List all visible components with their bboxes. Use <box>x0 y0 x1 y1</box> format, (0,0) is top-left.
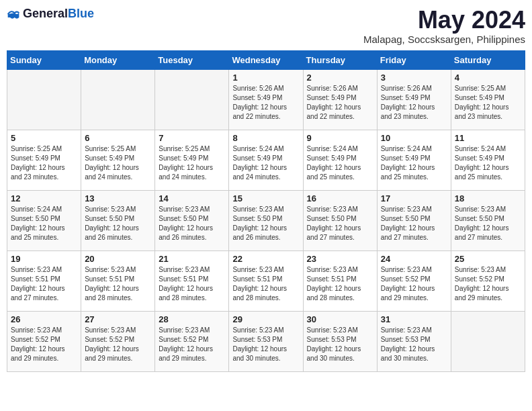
day-number: 8 <box>232 133 299 143</box>
day-number: 10 <box>381 133 447 143</box>
day-number: 18 <box>455 193 521 203</box>
day-number: 20 <box>85 254 151 264</box>
day-info: Sunrise: 5:24 AM Sunset: 5:49 PM Dayligh… <box>381 144 447 182</box>
page-header: GeneralBlue May 2024 Malapag, Soccsksarg… <box>7 7 525 45</box>
day-info: Sunrise: 5:24 AM Sunset: 5:49 PM Dayligh… <box>232 144 299 182</box>
day-info: Sunrise: 5:23 AM Sunset: 5:50 PM Dayligh… <box>85 205 151 242</box>
month-year: May 2024 <box>363 7 525 34</box>
day-cell: 20Sunrise: 5:23 AM Sunset: 5:51 PM Dayli… <box>81 250 155 311</box>
day-cell <box>7 69 81 130</box>
day-number: 26 <box>11 314 77 324</box>
day-cell: 2Sunrise: 5:26 AM Sunset: 5:49 PM Daylig… <box>303 69 377 130</box>
day-cell: 5Sunrise: 5:25 AM Sunset: 5:49 PM Daylig… <box>7 130 81 190</box>
day-cell: 12Sunrise: 5:24 AM Sunset: 5:50 PM Dayli… <box>7 190 81 250</box>
day-info: Sunrise: 5:26 AM Sunset: 5:49 PM Dayligh… <box>307 84 373 122</box>
day-cell: 6Sunrise: 5:25 AM Sunset: 5:49 PM Daylig… <box>81 130 155 190</box>
day-number: 16 <box>307 193 373 203</box>
day-cell: 28Sunrise: 5:23 AM Sunset: 5:52 PM Dayli… <box>155 311 229 371</box>
day-number: 13 <box>85 193 151 203</box>
day-cell: 29Sunrise: 5:23 AM Sunset: 5:53 PM Dayli… <box>229 311 303 371</box>
day-cell: 19Sunrise: 5:23 AM Sunset: 5:51 PM Dayli… <box>7 250 81 311</box>
day-cell: 25Sunrise: 5:23 AM Sunset: 5:52 PM Dayli… <box>451 250 525 311</box>
day-number: 30 <box>307 314 373 324</box>
day-info: Sunrise: 5:23 AM Sunset: 5:51 PM Dayligh… <box>85 265 151 303</box>
day-cell <box>451 311 525 371</box>
header-cell-thursday: Thursday <box>303 50 377 69</box>
day-number: 3 <box>381 73 447 83</box>
day-cell: 4Sunrise: 5:25 AM Sunset: 5:49 PM Daylig… <box>451 69 525 130</box>
day-info: Sunrise: 5:26 AM Sunset: 5:49 PM Dayligh… <box>381 84 447 122</box>
day-number: 9 <box>307 133 373 143</box>
day-cell: 24Sunrise: 5:23 AM Sunset: 5:52 PM Dayli… <box>377 250 451 311</box>
day-number: 22 <box>232 254 299 264</box>
day-cell: 11Sunrise: 5:24 AM Sunset: 5:49 PM Dayli… <box>451 130 525 190</box>
day-number: 19 <box>11 254 77 264</box>
day-info: Sunrise: 5:23 AM Sunset: 5:51 PM Dayligh… <box>11 265 77 303</box>
day-number: 7 <box>159 133 225 143</box>
day-number: 23 <box>307 254 373 264</box>
day-info: Sunrise: 5:23 AM Sunset: 5:53 PM Dayligh… <box>307 326 373 363</box>
day-cell: 3Sunrise: 5:26 AM Sunset: 5:49 PM Daylig… <box>377 69 451 130</box>
week-row-4: 19Sunrise: 5:23 AM Sunset: 5:51 PM Dayli… <box>7 250 525 311</box>
day-number: 6 <box>85 133 151 143</box>
day-number: 29 <box>232 314 299 324</box>
day-number: 1 <box>232 73 299 83</box>
day-info: Sunrise: 5:23 AM Sunset: 5:51 PM Dayligh… <box>232 265 299 303</box>
day-info: Sunrise: 5:23 AM Sunset: 5:52 PM Dayligh… <box>11 326 77 363</box>
day-info: Sunrise: 5:24 AM Sunset: 5:50 PM Dayligh… <box>11 205 77 242</box>
day-number: 25 <box>455 254 521 264</box>
day-cell: 15Sunrise: 5:23 AM Sunset: 5:50 PM Dayli… <box>229 190 303 250</box>
header-cell-wednesday: Wednesday <box>229 50 303 69</box>
header-cell-friday: Friday <box>377 50 451 69</box>
day-info: Sunrise: 5:23 AM Sunset: 5:52 PM Dayligh… <box>455 265 521 303</box>
day-number: 12 <box>11 193 77 203</box>
calendar-body: 1Sunrise: 5:26 AM Sunset: 5:49 PM Daylig… <box>7 69 525 371</box>
day-info: Sunrise: 5:25 AM Sunset: 5:49 PM Dayligh… <box>11 144 77 182</box>
day-number: 17 <box>381 193 447 203</box>
day-info: Sunrise: 5:23 AM Sunset: 5:50 PM Dayligh… <box>159 205 225 242</box>
week-row-5: 26Sunrise: 5:23 AM Sunset: 5:52 PM Dayli… <box>7 311 525 371</box>
day-cell: 31Sunrise: 5:23 AM Sunset: 5:53 PM Dayli… <box>377 311 451 371</box>
day-number: 27 <box>85 314 151 324</box>
day-cell: 7Sunrise: 5:25 AM Sunset: 5:49 PM Daylig… <box>155 130 229 190</box>
day-cell: 10Sunrise: 5:24 AM Sunset: 5:49 PM Dayli… <box>377 130 451 190</box>
day-info: Sunrise: 5:23 AM Sunset: 5:50 PM Dayligh… <box>381 205 447 242</box>
day-cell: 13Sunrise: 5:23 AM Sunset: 5:50 PM Dayli… <box>81 190 155 250</box>
day-info: Sunrise: 5:25 AM Sunset: 5:49 PM Dayligh… <box>85 144 151 182</box>
day-cell: 22Sunrise: 5:23 AM Sunset: 5:51 PM Dayli… <box>229 250 303 311</box>
header-cell-tuesday: Tuesday <box>155 50 229 69</box>
day-cell: 26Sunrise: 5:23 AM Sunset: 5:52 PM Dayli… <box>7 311 81 371</box>
week-row-2: 5Sunrise: 5:25 AM Sunset: 5:49 PM Daylig… <box>7 130 525 190</box>
day-number: 4 <box>455 73 521 83</box>
day-cell <box>155 69 229 130</box>
day-info: Sunrise: 5:24 AM Sunset: 5:49 PM Dayligh… <box>455 144 521 182</box>
header-cell-monday: Monday <box>81 50 155 69</box>
week-row-1: 1Sunrise: 5:26 AM Sunset: 5:49 PM Daylig… <box>7 69 525 130</box>
day-info: Sunrise: 5:25 AM Sunset: 5:49 PM Dayligh… <box>455 84 521 122</box>
logo: GeneralBlue <box>7 7 94 21</box>
logo-text-general: General <box>23 7 68 20</box>
day-number: 31 <box>381 314 447 324</box>
day-number: 11 <box>455 133 521 143</box>
day-cell: 1Sunrise: 5:26 AM Sunset: 5:49 PM Daylig… <box>229 69 303 130</box>
day-cell: 9Sunrise: 5:24 AM Sunset: 5:49 PM Daylig… <box>303 130 377 190</box>
day-number: 5 <box>11 133 77 143</box>
day-info: Sunrise: 5:24 AM Sunset: 5:49 PM Dayligh… <box>307 144 373 182</box>
week-row-3: 12Sunrise: 5:24 AM Sunset: 5:50 PM Dayli… <box>7 190 525 250</box>
day-number: 2 <box>307 73 373 83</box>
header-cell-sunday: Sunday <box>7 50 81 69</box>
day-info: Sunrise: 5:23 AM Sunset: 5:52 PM Dayligh… <box>159 326 225 363</box>
header-cell-saturday: Saturday <box>451 50 525 69</box>
day-cell: 17Sunrise: 5:23 AM Sunset: 5:50 PM Dayli… <box>377 190 451 250</box>
location: Malapag, Soccsksargen, Philippines <box>363 34 525 45</box>
day-cell: 27Sunrise: 5:23 AM Sunset: 5:52 PM Dayli… <box>81 311 155 371</box>
day-info: Sunrise: 5:23 AM Sunset: 5:53 PM Dayligh… <box>232 326 299 363</box>
day-cell: 23Sunrise: 5:23 AM Sunset: 5:51 PM Dayli… <box>303 250 377 311</box>
day-info: Sunrise: 5:23 AM Sunset: 5:51 PM Dayligh… <box>307 265 373 303</box>
calendar-table: SundayMondayTuesdayWednesdayThursdayFrid… <box>7 50 525 372</box>
day-info: Sunrise: 5:23 AM Sunset: 5:50 PM Dayligh… <box>455 205 521 242</box>
day-number: 14 <box>159 193 225 203</box>
day-info: Sunrise: 5:23 AM Sunset: 5:53 PM Dayligh… <box>381 326 447 363</box>
day-cell: 8Sunrise: 5:24 AM Sunset: 5:49 PM Daylig… <box>229 130 303 190</box>
day-info: Sunrise: 5:23 AM Sunset: 5:51 PM Dayligh… <box>159 265 225 303</box>
